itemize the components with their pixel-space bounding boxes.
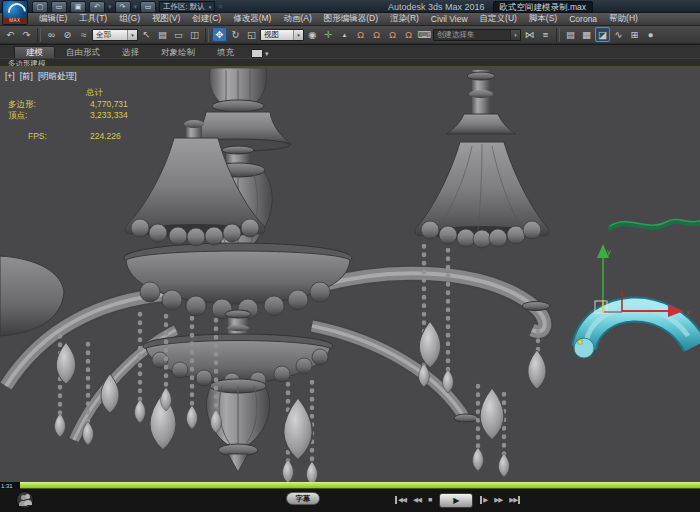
menu-bar: 编辑(E) 工具(T) 组(G) 视图(V) 创建(C) 修改器(M) 动画(A…: [0, 13, 700, 26]
named-selection-sets-dropdown[interactable]: 创建选择集 ▾: [433, 29, 521, 41]
viewport-shading-menu[interactable]: [明暗处理]: [38, 71, 77, 83]
menu-modifiers[interactable]: 修改器(M): [227, 13, 277, 25]
subtitles-button[interactable]: 字幕: [286, 492, 320, 505]
window-title: Autodesk 3ds Max 2016 欧式空间建模录制.max: [388, 1, 593, 12]
menu-views[interactable]: 视图(V): [146, 13, 186, 25]
select-and-link-icon[interactable]: ∞: [44, 27, 59, 42]
tab-freeform[interactable]: 自由形式: [55, 47, 111, 58]
undo-button[interactable]: ↶: [3, 27, 18, 42]
qat-customize-icon[interactable]: ≡: [218, 2, 222, 12]
viewport-statistics: 总计 多边形:4,770,731 顶点:3,233,334 FPS:224.22…: [8, 87, 128, 142]
selection-region-icon[interactable]: ▭: [171, 27, 186, 42]
snap-toggle-icon[interactable]: Ω: [353, 27, 368, 42]
workspace-selector[interactable]: 工作区: 默认 ▾: [159, 1, 215, 12]
selection-filter-dropdown[interactable]: 全部 ▾: [92, 29, 138, 41]
align-icon[interactable]: ≡: [538, 27, 553, 42]
ribbon-tabs: 建模 自由形式 选择 对象绘制 填充 ▾: [0, 45, 700, 58]
tab-modeling[interactable]: 建模: [14, 46, 55, 58]
menu-corona[interactable]: Corona: [563, 14, 603, 24]
chevron-down-icon: ▾: [293, 30, 303, 40]
window-crossing-icon[interactable]: ◫: [187, 27, 202, 42]
open-file-icon[interactable]: ▭: [51, 1, 67, 13]
undo-dropdown-icon[interactable]: ▾: [108, 2, 112, 12]
elapsed-time: 1:31: [0, 483, 20, 489]
spinner-button[interactable]: ▲: [337, 27, 352, 42]
select-and-manipulate-icon[interactable]: ✛: [321, 27, 336, 42]
gizmo-y-axis-label: y: [607, 247, 611, 256]
percent-snap-icon[interactable]: Ω: [385, 27, 400, 42]
menu-tools[interactable]: 工具(T): [73, 13, 113, 25]
named-selection-sets-value: 创建选择集: [437, 30, 475, 40]
spinner-snap-icon[interactable]: Ω: [401, 27, 416, 42]
max-logo-label: MAX: [3, 18, 27, 24]
save-file-icon[interactable]: ▣: [70, 1, 86, 13]
viewport-general-menu[interactable]: [+]: [5, 71, 15, 83]
bind-to-spacewarp-icon[interactable]: ≈: [76, 27, 91, 42]
tab-object-paint[interactable]: 对象绘制: [150, 47, 206, 58]
menu-graph-editors[interactable]: 图形编辑器(D): [318, 13, 384, 25]
tab-selection[interactable]: 选择: [111, 47, 150, 58]
chevron-down-icon: ▾: [209, 4, 212, 10]
reference-coordinate-dropdown[interactable]: 视图 ▾: [260, 29, 304, 41]
skip-to-start-button[interactable]: ◀◀: [395, 496, 406, 504]
menu-customize[interactable]: 自定义(U): [474, 13, 523, 25]
progress-bar[interactable]: [20, 482, 700, 489]
unlink-selection-icon[interactable]: ⊘: [60, 27, 75, 42]
stats-fps-label: FPS:: [8, 131, 90, 143]
redo-dropdown-icon[interactable]: ▾: [134, 2, 138, 12]
menu-civil-view[interactable]: Civil View: [425, 14, 474, 24]
tab-populate[interactable]: 填充: [206, 47, 245, 58]
ribbon-state-icon: [251, 49, 263, 58]
menu-rendering[interactable]: 渲染(R): [384, 13, 425, 25]
select-and-move-button[interactable]: ✥: [212, 27, 227, 42]
viewport[interactable]: y x [+] [前] [明暗处理] 总计 多边形:4,770,731 顶点:3…: [0, 68, 700, 482]
max-application-menu-button[interactable]: MAX: [2, 0, 28, 25]
curve-editor-icon[interactable]: ∿: [611, 27, 626, 42]
skip-to-end-button[interactable]: ▶▶: [509, 496, 520, 504]
viewport-pov-menu[interactable]: [前]: [20, 71, 33, 83]
minimize-ribbon-button[interactable]: ▾: [251, 49, 269, 58]
angle-snap-icon[interactable]: Ω: [369, 27, 384, 42]
file-name: 欧式空间建模录制.max: [493, 1, 593, 13]
play-button[interactable]: ▶: [439, 493, 473, 508]
toggle-scene-explorer-icon[interactable]: ◪: [595, 27, 610, 42]
select-and-scale-button[interactable]: ◱: [244, 27, 259, 42]
app-window: ▢ ▭ ▣ ↶ ▾ ↷ ▾ ▭ 工作区: 默认 ▾ ≡ Autodesk 3ds…: [0, 0, 700, 512]
chevron-down-icon: ▾: [265, 50, 269, 58]
player-progress-row: 1:31: [0, 482, 700, 489]
menu-help[interactable]: 帮助(H): [603, 13, 644, 25]
step-forward-button[interactable]: ▶: [480, 496, 487, 504]
stats-total-header: 总计: [86, 87, 128, 99]
player-control-bar: 字幕 ◀◀ ◀◀ ■ ▶ ▶ ▶▶ ▶▶: [0, 489, 700, 512]
undo-icon[interactable]: ↶: [89, 1, 105, 13]
stop-button[interactable]: ■: [428, 496, 432, 504]
mirror-icon[interactable]: ⋈: [522, 27, 537, 42]
material-editor-icon[interactable]: ●: [643, 27, 658, 42]
use-pivot-center-icon[interactable]: ◉: [305, 27, 320, 42]
select-object-icon[interactable]: ↖: [139, 27, 154, 42]
redo-icon[interactable]: ↷: [115, 1, 131, 13]
menu-create[interactable]: 创建(C): [186, 13, 227, 25]
menu-animation[interactable]: 动画(A): [277, 13, 317, 25]
select-by-name-icon[interactable]: ▤: [155, 27, 170, 42]
select-and-rotate-button[interactable]: ↻: [228, 27, 243, 42]
vertex-handle[interactable]: [578, 340, 582, 344]
spline-object[interactable]: [610, 220, 700, 228]
rewind-button[interactable]: ◀◀: [413, 496, 421, 504]
keyboard-override-icon[interactable]: ⌨: [417, 27, 432, 42]
project-folder-icon[interactable]: ▭: [140, 1, 156, 13]
title-bar: ▢ ▭ ▣ ↶ ▾ ↷ ▾ ▭ 工作区: 默认 ▾ ≡ Autodesk 3ds…: [0, 0, 700, 13]
stats-polys-row: 多边形:4,770,731: [8, 99, 128, 111]
scene-explorer-icon[interactable]: ▤: [563, 27, 578, 42]
new-file-icon[interactable]: ▢: [32, 1, 48, 13]
layer-explorer-icon[interactable]: ▦: [579, 27, 594, 42]
schematic-view-icon[interactable]: ⊞: [627, 27, 642, 42]
ribbon: 建模 自由形式 选择 对象绘制 填充 ▾ 多边形建模: [0, 45, 700, 68]
menu-group[interactable]: 组(G): [113, 13, 146, 25]
menu-scripting[interactable]: 脚本(S): [523, 13, 563, 25]
stats-polys-value: 4,770,731: [90, 99, 128, 109]
fast-forward-button[interactable]: ▶▶: [494, 496, 502, 504]
redo-button[interactable]: ↷: [19, 27, 34, 42]
menu-edit[interactable]: 编辑(E): [33, 13, 73, 25]
viewers-button[interactable]: [16, 491, 34, 509]
